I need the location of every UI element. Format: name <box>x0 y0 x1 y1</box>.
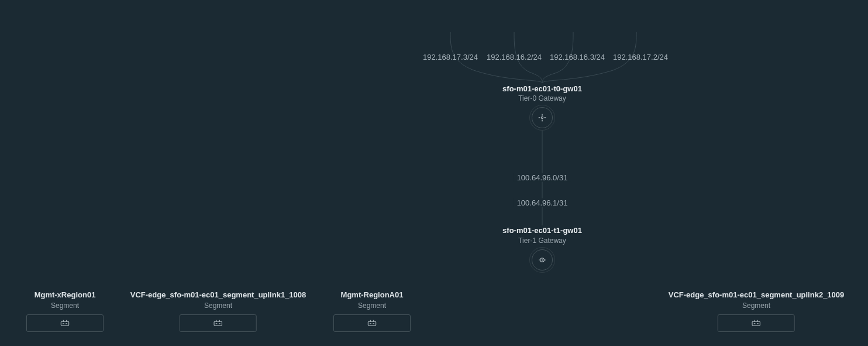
segment-icon <box>213 319 223 327</box>
svg-rect-2 <box>61 321 68 326</box>
segment-icon <box>60 319 70 327</box>
uplink-ip-1: 192.168.16.2/24 <box>487 53 542 61</box>
segment-2-name: Mgmt-RegionA01 <box>333 290 411 299</box>
segment-0: Mgmt-xRegion01 Segment <box>26 290 104 332</box>
segment-3-name: VCF-edge_sfo-m01-ec01_segment_uplink2_10… <box>669 290 845 299</box>
segment-0-type: Segment <box>26 302 104 310</box>
tier0-router-icon <box>538 113 547 122</box>
tier0-name: sfo-m01-ec01-t0-gw01 <box>502 84 582 93</box>
segment-3: VCF-edge_sfo-m01-ec01_segment_uplink2_10… <box>669 290 845 332</box>
segment-0-name: Mgmt-xRegion01 <box>26 290 104 299</box>
uplink-ip-0: 192.168.17.3/24 <box>423 53 478 61</box>
svg-point-1 <box>540 258 545 262</box>
segment-2: Mgmt-RegionA01 Segment <box>333 290 411 332</box>
svg-rect-3 <box>214 321 222 326</box>
segment-1-type: Segment <box>130 302 306 310</box>
svg-rect-5 <box>752 321 760 326</box>
topology-canvas: 192.168.17.3/24 192.168.16.2/24 192.168.… <box>0 0 868 346</box>
uplink-ip-3: 192.168.17.2/24 <box>613 53 668 61</box>
segment-0-button[interactable] <box>26 314 104 332</box>
tier0-gateway-icon[interactable] <box>532 107 553 128</box>
segment-1-button[interactable] <box>180 314 257 332</box>
segment-3-button[interactable] <box>718 314 795 332</box>
tier1-type: Tier-1 Gateway <box>518 237 566 245</box>
segment-2-button[interactable] <box>333 314 411 332</box>
segment-3-type: Segment <box>669 302 845 310</box>
segment-1-name: VCF-edge_sfo-m01-ec01_segment_uplink1_10… <box>130 290 306 299</box>
svg-point-0 <box>541 117 543 118</box>
link-ip-bottom: 100.64.96.1/31 <box>514 198 571 207</box>
tier1-router-icon <box>538 255 547 265</box>
tier0-type: Tier-0 Gateway <box>518 94 566 102</box>
tier1-name: sfo-m01-ec01-t1-gw01 <box>502 226 582 235</box>
svg-rect-4 <box>368 321 376 326</box>
uplink-ip-2: 192.168.16.3/24 <box>550 53 605 61</box>
segment-icon <box>752 319 761 327</box>
link-ip-top: 100.64.96.0/31 <box>514 173 571 182</box>
tier1-gateway-icon[interactable] <box>532 249 553 270</box>
segment-1: VCF-edge_sfo-m01-ec01_segment_uplink1_10… <box>130 290 306 332</box>
segment-2-type: Segment <box>333 302 411 310</box>
segment-icon <box>367 319 377 327</box>
